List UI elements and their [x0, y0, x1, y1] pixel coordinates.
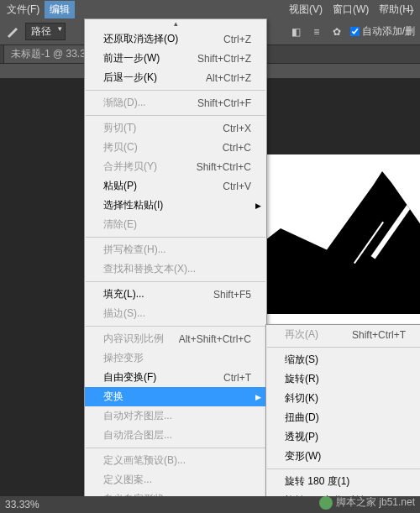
- menu-item-label: 查找和替换文本(X)...: [103, 262, 251, 276]
- menu-item-label: 自动混合图层...: [103, 428, 251, 442]
- menu-item[interactable]: 后退一步(K)Alt+Ctrl+Z: [85, 68, 266, 87]
- zoom-level[interactable]: 33.33%: [5, 499, 39, 510]
- menu-item-shortcut: Ctrl+C: [213, 142, 251, 154]
- menu-separator: [86, 237, 265, 238]
- menu-separator: [267, 347, 420, 348]
- menu-item-shortcut: Ctrl+Z: [213, 34, 251, 45]
- watermark: 脚本之家 jb51.net: [319, 495, 415, 510]
- menu-item-shortcut: Shift+F5: [203, 289, 251, 301]
- menu-item-label: 剪切(T): [103, 121, 213, 135]
- path-ops-icon[interactable]: ◧: [290, 25, 303, 39]
- menu-item-shortcut: Shift+Ctrl+C: [186, 161, 251, 173]
- menu-item[interactable]: 变形(W): [266, 447, 420, 466]
- menu-item-shortcut: Shift+Ctrl+T: [342, 329, 406, 341]
- menu-window[interactable]: 窗口(W): [328, 1, 374, 18]
- menu-item[interactable]: 透视(P): [266, 427, 420, 447]
- menu-item-label: 自动对齐图层...: [103, 409, 251, 423]
- artwork-shape: [244, 171, 420, 314]
- menu-item-label: 透视(P): [285, 430, 406, 444]
- menu-item[interactable]: 缩放(S): [266, 350, 420, 369]
- menu-item: 剪切(T)Ctrl+X: [85, 118, 266, 138]
- menu-separator: [267, 469, 420, 469]
- submenu-arrow-icon: ▶: [255, 202, 261, 210]
- menu-edit[interactable]: 编辑: [45, 1, 75, 18]
- menu-item[interactable]: 旋转 180 度(1): [266, 472, 420, 491]
- menu-item[interactable]: 扭曲(D): [266, 408, 420, 427]
- menu-item[interactable]: 填充(L)...Shift+F5: [85, 285, 266, 304]
- align-icon[interactable]: ≡: [310, 25, 323, 39]
- menu-item-label: 清除(E): [103, 217, 251, 232]
- menu-item[interactable]: 前进一步(W)Shift+Ctrl+Z: [85, 49, 266, 68]
- menu-item-label: 还原取消选择(O): [103, 32, 213, 46]
- menu-item-shortcut: Ctrl+T: [213, 372, 251, 384]
- menu-item[interactable]: 选择性粘贴(I)▶: [85, 196, 266, 215]
- menu-scroll-up-icon[interactable]: ▴: [85, 19, 266, 29]
- menu-item[interactable]: 还原取消选择(O)Ctrl+Z: [85, 29, 266, 49]
- menu-item-label: 描边(S)...: [103, 306, 251, 321]
- menu-separator: [86, 448, 265, 448]
- menu-item-label: 渐隐(D)...: [103, 96, 187, 110]
- menu-item: 操控变形: [85, 348, 266, 368]
- menu-item-shortcut: Shift+Ctrl+F: [187, 97, 251, 109]
- menu-file[interactable]: 文件(F): [2, 1, 45, 18]
- menu-item-label: 选择性粘贴(I): [103, 198, 251, 212]
- menu-item-label: 拷贝(C): [103, 140, 213, 154]
- mode-dropdown[interactable]: 路径: [25, 23, 66, 40]
- menu-item-label: 变换: [103, 390, 251, 404]
- menu-view[interactable]: 视图(V): [284, 1, 328, 18]
- menu-item-label: 操控变形: [103, 351, 251, 365]
- menu-separator: [86, 326, 265, 327]
- menu-item-shortcut: Ctrl+V: [213, 181, 251, 192]
- menu-item[interactable]: 斜切(K): [266, 389, 420, 408]
- menu-item: 自动对齐图层...: [85, 406, 266, 426]
- menu-item-label: 前进一步(W): [103, 51, 187, 65]
- menu-item-shortcut: Ctrl+X: [213, 123, 251, 134]
- gear-icon[interactable]: ✿: [330, 25, 344, 39]
- menu-item-label: 自由变换(F): [103, 370, 213, 385]
- menu-item: 定义画笔预设(B)...: [85, 451, 266, 470]
- menu-item-label: 旋转 180 度(1): [285, 474, 406, 489]
- menu-item: 描边(S)...: [85, 304, 266, 323]
- menu-item-shortcut: Shift+Ctrl+Z: [187, 53, 251, 65]
- menu-separator: [86, 115, 265, 116]
- auto-add-checkbox[interactable]: 自动添加/删: [350, 24, 415, 39]
- menu-item[interactable]: 粘贴(P)Ctrl+V: [85, 176, 266, 196]
- menubar: 文件(F) 编辑 视图(V) 窗口(W) 帮助(H) ─: [0, 0, 420, 18]
- submenu-arrow-icon: ▶: [255, 393, 261, 401]
- menu-item: 查找和替换文本(X)...: [85, 259, 266, 279]
- menu-separator: [86, 281, 265, 282]
- menu-item-label: 粘贴(P): [103, 179, 213, 193]
- menu-item: 自动混合图层...: [85, 426, 266, 445]
- pen-tool-icon[interactable]: [5, 25, 18, 39]
- menu-item: 再次(A)Shift+Ctrl+T: [266, 325, 420, 344]
- menu-item: 内容识别比例Alt+Shift+Ctrl+C: [85, 329, 266, 348]
- menu-item-label: 后退一步(K): [103, 71, 196, 85]
- menu-item-label: 再次(A): [285, 327, 342, 342]
- menu-item-label: 填充(L)...: [103, 287, 203, 301]
- menu-item-label: 拼写检查(H)...: [103, 243, 251, 257]
- menu-item[interactable]: 旋转(R): [266, 369, 420, 389]
- menu-separator: [86, 90, 265, 91]
- menu-item[interactable]: 变换▶: [85, 387, 266, 406]
- menu-item-shortcut: Alt+Shift+Ctrl+C: [169, 333, 251, 345]
- watermark-logo-icon: [319, 496, 333, 510]
- menu-item-label: 斜切(K): [285, 391, 406, 406]
- menu-item-label: 旋转(R): [285, 372, 406, 386]
- menu-item-label: 合并拷贝(Y): [103, 160, 186, 174]
- menu-item-label: 扭曲(D): [285, 411, 406, 425]
- menu-item-label: 变形(W): [285, 449, 406, 463]
- menu-item: 清除(E): [85, 215, 266, 234]
- menu-item-label: 内容识别比例: [103, 332, 169, 346]
- menu-item-shortcut: Alt+Ctrl+Z: [196, 72, 251, 84]
- menu-item-label: 缩放(S): [285, 353, 406, 367]
- transform-submenu: 再次(A)Shift+Ctrl+T缩放(S)旋转(R)斜切(K)扭曲(D)透视(…: [265, 324, 420, 513]
- menu-item-label: 定义图案...: [103, 473, 251, 487]
- menu-item: 拷贝(C)Ctrl+C: [85, 138, 266, 157]
- menu-item-label: 定义画笔预设(B)...: [103, 453, 251, 468]
- menu-item: 渐隐(D)...Shift+Ctrl+F: [85, 93, 266, 113]
- menu-item[interactable]: 自由变换(F)Ctrl+T: [85, 368, 266, 387]
- menu-item: 合并拷贝(Y)Shift+Ctrl+C: [85, 157, 266, 176]
- menu-item: 定义图案...: [85, 470, 266, 489]
- minimize-icon[interactable]: ─: [403, 3, 417, 17]
- menu-item: 拼写检查(H)...: [85, 240, 266, 259]
